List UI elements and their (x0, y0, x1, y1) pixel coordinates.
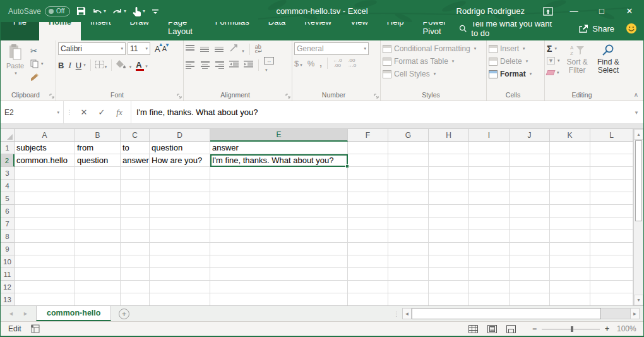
decrease-indent-button[interactable] (229, 61, 239, 70)
cell-L7[interactable] (590, 218, 633, 230)
cell-I3[interactable] (469, 167, 510, 180)
cell-F3[interactable] (348, 167, 388, 180)
underline-dropdown-icon[interactable]: ▾ (83, 63, 86, 68)
cell-L8[interactable] (590, 230, 633, 243)
cell-C10[interactable] (121, 255, 150, 268)
format-cells-button[interactable]: Format▾ (489, 69, 542, 79)
cell-D12[interactable] (150, 281, 210, 293)
cell-B5[interactable] (75, 192, 121, 205)
cell-D5[interactable] (150, 192, 210, 205)
font-size-combo[interactable]: 11▾ (128, 42, 150, 55)
cell-K10[interactable] (550, 255, 590, 268)
cell-E3[interactable] (210, 167, 348, 180)
cell-H7[interactable] (429, 218, 469, 230)
insert-cells-button[interactable]: Insert▾ (489, 44, 542, 54)
cell-G6[interactable] (388, 205, 429, 218)
orientation-button[interactable]: ▾ (229, 44, 244, 54)
undo-dropdown-icon[interactable]: ▾ (104, 8, 106, 14)
cell-A6[interactable] (15, 205, 75, 218)
autosave-toggle[interactable]: AutoSave Off (8, 6, 70, 16)
cell-I10[interactable] (469, 255, 510, 268)
scroll-up-icon[interactable]: ▴ (634, 129, 643, 140)
cell-F10[interactable] (348, 255, 388, 268)
copy-dropdown-icon[interactable]: ▾ (41, 61, 44, 66)
undo-button[interactable]: ▾ (92, 7, 106, 16)
clipboard-dialog-launcher[interactable] (49, 94, 54, 99)
cell-L5[interactable] (590, 192, 633, 205)
feedback-smiley-button[interactable] (626, 23, 637, 34)
cell-A10[interactable] (15, 255, 75, 268)
row-header-3[interactable]: 3 (1, 167, 15, 180)
redo-dropdown-icon[interactable]: ▾ (124, 8, 126, 14)
cell-G8[interactable] (388, 230, 429, 243)
row-header-8[interactable]: 8 (1, 230, 15, 243)
cell-A9[interactable] (15, 243, 75, 255)
save-button[interactable] (76, 6, 86, 16)
cell-B2[interactable]: question (75, 154, 121, 167)
align-right-button[interactable] (215, 61, 224, 69)
vertical-scrollbar-track[interactable] (634, 222, 643, 295)
column-header-A[interactable]: A (15, 129, 75, 142)
cell-A1[interactable]: subjects (15, 142, 75, 154)
cell-C1[interactable]: to (121, 142, 150, 154)
cell-B12[interactable] (75, 281, 121, 293)
cell-K12[interactable] (550, 281, 590, 293)
format-as-table-button[interactable]: Format as Table▾ (383, 56, 484, 66)
accounting-format-button[interactable]: $▾ (294, 59, 302, 68)
fill-color-button[interactable]: ▾ (116, 60, 131, 70)
cell-D6[interactable] (150, 205, 210, 218)
cell-I8[interactable] (469, 230, 510, 243)
page-break-preview-button[interactable] (502, 321, 521, 336)
wrap-text-button[interactable]: abc↵ (255, 45, 263, 54)
cell-D10[interactable] (150, 255, 210, 268)
ribbon-display-options-button[interactable] (536, 0, 560, 22)
cell-A2[interactable]: common.hello (15, 154, 75, 167)
align-center-button[interactable] (200, 61, 210, 69)
cell-H3[interactable] (429, 167, 469, 180)
cut-button[interactable]: ✂ (30, 46, 44, 56)
cell-K8[interactable] (550, 230, 590, 243)
maximize-button[interactable]: □ (588, 0, 616, 22)
normal-view-button[interactable] (464, 321, 483, 336)
horizontal-scrollbar[interactable]: ◄ ► (402, 308, 640, 319)
cell-J6[interactable] (510, 205, 550, 218)
column-header-G[interactable]: G (388, 129, 429, 142)
cell-K1[interactable] (550, 142, 590, 154)
cell-H11[interactable] (429, 268, 469, 281)
cell-H10[interactable] (429, 255, 469, 268)
cell-H6[interactable] (429, 205, 469, 218)
cell-H9[interactable] (429, 243, 469, 255)
cell-G13[interactable] (388, 293, 429, 305)
cell-A5[interactable] (15, 192, 75, 205)
row-header-11[interactable]: 11 (1, 268, 15, 281)
format-painter-button[interactable] (30, 72, 44, 82)
cell-J4[interactable] (510, 180, 550, 192)
increase-decimal-button[interactable]: ←.0.00 (333, 58, 342, 68)
column-header-I[interactable]: I (469, 129, 510, 142)
cell-D4[interactable] (150, 180, 210, 192)
autosum-button[interactable]: Σ▾ (547, 44, 560, 54)
fill-handle[interactable] (345, 164, 349, 168)
cell-B13[interactable] (75, 293, 121, 305)
fill-dropdown-icon[interactable]: ▾ (558, 58, 560, 63)
font-color-dropdown-icon[interactable]: ▾ (145, 64, 148, 68)
cell-K5[interactable] (550, 192, 590, 205)
zoom-slider-thumb[interactable] (571, 326, 573, 332)
cell-H4[interactable] (429, 180, 469, 192)
paste-dropdown-icon[interactable]: ▾ (15, 71, 17, 76)
cell-D8[interactable] (150, 230, 210, 243)
cell-K9[interactable] (550, 243, 590, 255)
cell-E9[interactable] (210, 243, 348, 255)
cell-B1[interactable]: from (75, 142, 121, 154)
vertical-scrollbar[interactable]: ▴ ▾ (633, 129, 643, 305)
cell-F9[interactable] (348, 243, 388, 255)
cell-H2[interactable] (429, 154, 469, 167)
sheet-tab-common-hello[interactable]: common-hello (36, 306, 111, 321)
previous-sheet-icon[interactable]: ◄ (8, 310, 14, 317)
cell-D3[interactable] (150, 167, 210, 180)
cell-J10[interactable] (510, 255, 550, 268)
copy-button[interactable]: ▾ (30, 59, 44, 69)
row-header-5[interactable]: 5 (1, 192, 15, 205)
cell-J9[interactable] (510, 243, 550, 255)
cell-D11[interactable] (150, 268, 210, 281)
